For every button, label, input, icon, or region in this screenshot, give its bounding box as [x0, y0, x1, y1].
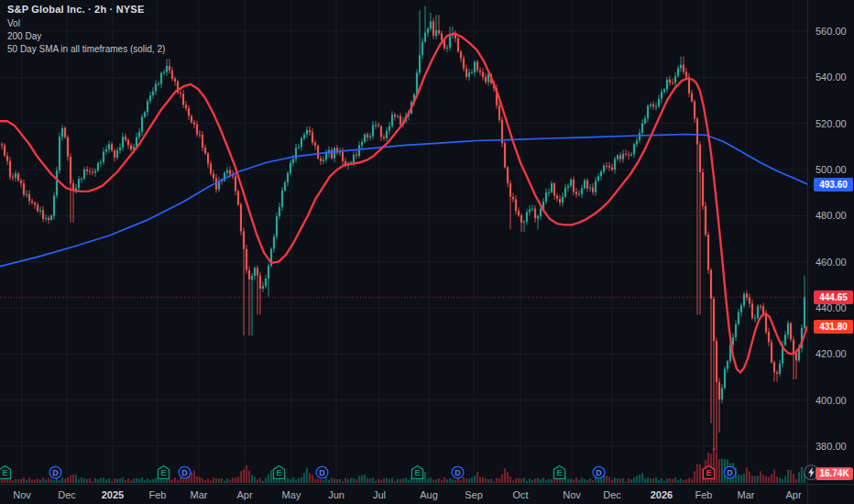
candle-body	[644, 118, 646, 123]
candle-body	[771, 342, 772, 362]
volume-bar	[235, 477, 236, 483]
candle-body	[298, 147, 300, 148]
candle-body	[301, 138, 302, 147]
candle-body	[160, 73, 162, 84]
candle-body	[740, 305, 742, 312]
candle-body	[551, 183, 553, 192]
chart-canvas[interactable]	[0, 0, 854, 504]
candle-body	[553, 183, 555, 195]
candle-body	[89, 171, 91, 172]
candle-body	[666, 80, 668, 90]
volume-bar	[630, 479, 632, 483]
earnings-marker[interactable]: E	[0, 465, 12, 480]
candle-body	[765, 313, 767, 332]
volume-bar	[342, 481, 344, 483]
volume-bar	[768, 477, 770, 483]
time-tick-label: Feb	[137, 489, 178, 500]
candle-body	[622, 154, 624, 159]
candle-body	[460, 51, 462, 58]
candle-body	[100, 162, 102, 163]
price-tick-label: 540.00	[816, 71, 854, 82]
volume-bar	[432, 479, 434, 483]
candle-body	[45, 218, 47, 219]
candle-body	[754, 318, 756, 319]
volume-bar	[614, 477, 616, 483]
candle-body	[463, 59, 465, 69]
earnings-marker[interactable]: E	[272, 465, 286, 480]
volume-bar	[127, 478, 129, 483]
volume-bar	[438, 478, 440, 483]
dividend-marker[interactable]: D	[451, 465, 465, 480]
volume-bar	[636, 476, 638, 483]
dividend-marker[interactable]: D	[49, 465, 62, 480]
volume-bar	[268, 474, 269, 483]
candle-body	[375, 125, 377, 126]
volume-bar	[740, 475, 742, 483]
volume-bar	[622, 478, 624, 483]
volume-bar	[105, 479, 107, 483]
volume-bar	[257, 479, 258, 483]
volume-bar	[70, 475, 71, 483]
volume-bar	[573, 480, 575, 483]
dividend-marker[interactable]: D	[315, 465, 329, 480]
earnings-house-icon: E	[272, 465, 286, 480]
time-tick-label: Mar	[726, 489, 766, 500]
dividend-circle-icon: D	[49, 465, 62, 480]
volume-bar	[529, 478, 531, 483]
volume-bar	[504, 468, 506, 483]
sma200-value-badge: 493.60	[814, 178, 853, 192]
volume-bar	[53, 480, 55, 483]
volume-bar	[59, 480, 60, 483]
volume-bar	[20, 479, 22, 483]
candle-body	[34, 203, 36, 204]
earnings-marker[interactable]: E	[553, 465, 566, 480]
dividend-marker[interactable]: D	[592, 465, 606, 480]
candle-body	[279, 207, 280, 216]
volume-bar	[210, 481, 212, 483]
volume-bar	[749, 472, 750, 483]
candle-body	[702, 172, 704, 206]
earnings-marker[interactable]: E	[702, 465, 716, 480]
svg-text:D: D	[181, 468, 188, 477]
volume-bar	[468, 478, 470, 483]
volume-bar	[75, 475, 77, 483]
volume-bar	[369, 478, 371, 483]
volume-bar	[427, 478, 429, 483]
candle-body	[185, 104, 187, 108]
candle-body	[386, 131, 388, 138]
volume-bar	[303, 473, 305, 483]
dividend-marker[interactable]: D	[178, 465, 192, 480]
earnings-marker[interactable]: E	[411, 465, 424, 480]
volume-bar	[15, 479, 16, 483]
volume-bar	[108, 478, 110, 483]
volume-bar	[375, 481, 377, 483]
candle-body	[213, 173, 214, 178]
candle-body	[290, 163, 291, 173]
volume-bar	[67, 477, 69, 483]
volume-bar	[435, 480, 437, 483]
candle-body	[193, 123, 195, 125]
dividend-marker[interactable]: D	[723, 465, 737, 480]
volume-bar	[298, 478, 300, 483]
candle-body	[42, 210, 44, 218]
candle-body	[61, 128, 63, 137]
volume-bar	[531, 480, 533, 483]
candle-body	[694, 102, 695, 119]
candle-body	[779, 364, 781, 374]
candle-body	[23, 183, 25, 194]
candle-body	[246, 249, 247, 270]
candle-body	[169, 66, 170, 71]
candle-body	[738, 312, 739, 324]
candle-body	[743, 294, 745, 306]
candle-body	[364, 135, 366, 142]
volume-bar	[628, 478, 630, 483]
candle-body	[268, 266, 269, 279]
volume-bar	[402, 478, 404, 483]
time-tick-label: 2026	[641, 489, 682, 500]
earnings-marker[interactable]: E	[157, 465, 170, 480]
volume-bar	[237, 477, 239, 483]
candle-body	[600, 171, 602, 176]
volume-bar	[152, 479, 154, 483]
volume-bar	[666, 478, 668, 483]
price-tick-label: 520.00	[816, 118, 854, 129]
